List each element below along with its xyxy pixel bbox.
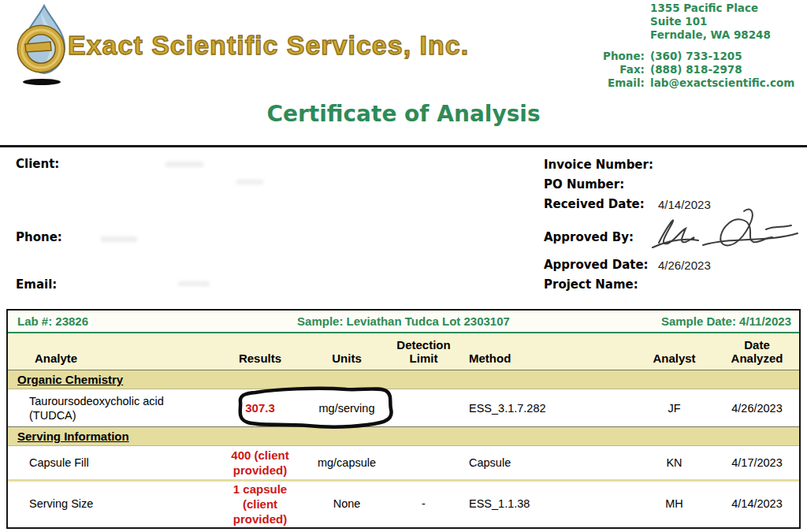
section-serving-information: Serving Information — [8, 426, 799, 446]
redacted-client-value — [165, 162, 203, 167]
results-cell: 400 (client provided) — [205, 448, 315, 478]
column-header-analyst: Analyst — [630, 352, 718, 365]
detection-label: Detection — [378, 338, 469, 352]
email-label: Email: — [504, 76, 645, 90]
date-analyzed-cell: 4/14/2023 — [718, 497, 796, 510]
results-cell: 307.3 — [205, 400, 315, 415]
company-name: Exact Scientific Services, Inc. — [68, 30, 469, 61]
result-value: (client — [205, 497, 315, 512]
section-organic-chemistry: Organic Chemistry — [8, 370, 799, 389]
fax-row: Fax: (888) 818-2978 — [504, 63, 794, 76]
table-row-capsule-fill: Capsule Fill 400 (client provided) mg/ca… — [8, 446, 799, 479]
sample-name: Sample: Leviathan Tudca Lot 2303107 — [244, 314, 563, 328]
company-contacts: Phone: (360) 733-1205 Fax: (888) 818-297… — [504, 50, 794, 90]
approved-by-signature — [648, 202, 804, 260]
approved-by-label: Approved By: — [544, 230, 634, 244]
result-value: provided) — [205, 512, 315, 526]
phone-label: Phone: — [504, 50, 645, 63]
table-header-row: Analyte Results Units Detection Limit Me… — [8, 333, 799, 370]
result-value: 1 capsule — [205, 482, 315, 497]
detection-limit-cell: - — [378, 497, 469, 510]
units-cell: None — [315, 497, 378, 510]
certificate-page: Exact Scientific Services, Inc. 1355 Pac… — [0, 0, 807, 532]
approved-date-label: Approved Date: — [544, 258, 649, 272]
result-value: provided) — [205, 463, 315, 478]
column-header-date-analyzed: Date Analyzed — [718, 338, 796, 365]
client-phone-label: Phone: — [16, 230, 62, 244]
lab-number: Lab #: 23826 — [8, 314, 244, 328]
redacted-email-value — [178, 281, 210, 286]
project-name-label: Project Name: — [544, 277, 638, 292]
analyst-cell: KN — [630, 456, 718, 469]
analyst-cell: JF — [630, 402, 718, 415]
email-value: lab@exactscientific.com — [650, 76, 794, 90]
section-heading: Serving Information — [8, 430, 129, 443]
title-divider — [0, 145, 807, 147]
received-date-label: Received Date: — [544, 197, 645, 211]
table-row-serving-size: Serving Size 1 capsule (client provided)… — [8, 482, 799, 526]
sample-date: Sample Date: 4/11/2023 — [563, 314, 799, 328]
analyzed-label: Analyzed — [718, 352, 796, 365]
date-analyzed-cell: 4/26/2023 — [718, 402, 796, 415]
results-cell: 1 capsule (client provided) — [205, 482, 315, 526]
company-address: 1355 Pacific Place Suite 101 Ferndale, W… — [650, 2, 771, 42]
redacted-phone-value — [101, 236, 137, 242]
fax-label: Fax: — [504, 63, 645, 76]
fax-value: (888) 818-2978 — [650, 63, 742, 76]
units-cell: mg/serving — [315, 402, 378, 415]
address-line: Suite 101 — [650, 15, 771, 28]
result-value: 400 (client — [205, 448, 315, 463]
page-title: Certificate of Analysis — [0, 101, 807, 127]
section-heading: Organic Chemistry — [8, 373, 123, 386]
po-number-label: PO Number: — [544, 177, 624, 192]
limit-label: Limit — [378, 352, 469, 365]
units-cell: mg/capsule — [315, 456, 378, 469]
address-line: 1355 Pacific Place — [650, 2, 771, 15]
analyst-cell: MH — [630, 497, 718, 510]
results-table: Lab #: 23826 Sample: Leviathan Tudca Lot… — [6, 309, 801, 529]
phone-row: Phone: (360) 733-1205 — [504, 50, 794, 63]
phone-value: (360) 733-1205 — [650, 50, 742, 63]
result-value: 307.3 — [205, 400, 315, 415]
method-cell: ESS_3.1.7.282 — [469, 402, 630, 415]
analyte-cell: Capsule Fill — [8, 456, 205, 470]
column-header-results: Results — [205, 352, 315, 365]
column-header-method: Method — [469, 352, 630, 365]
analyte-cell: Serving Size — [8, 497, 205, 511]
email-row: Email: lab@exactscientific.com — [504, 76, 794, 90]
invoice-number-label: Invoice Number: — [544, 158, 653, 172]
analyte-name: Tauroursodeoxycholic acid — [29, 394, 205, 408]
date-label: Date — [718, 338, 796, 352]
method-cell: Capsule — [469, 456, 630, 469]
client-label: Client: — [16, 157, 59, 171]
column-header-detection-limit: Detection Limit — [378, 338, 469, 365]
analyte-cell: Tauroursodeoxycholic acid (TUDCA) — [8, 394, 205, 422]
client-email-label: Email: — [16, 277, 57, 292]
table-row-tudca: Tauroursodeoxycholic acid (TUDCA) 307.3 … — [8, 389, 799, 426]
method-cell: ESS_1.1.38 — [469, 497, 630, 510]
address-line: Ferndale, WA 98248 — [650, 28, 771, 42]
column-header-units: Units — [315, 352, 378, 365]
column-header-analyte: Analyte — [8, 352, 205, 365]
date-analyzed-cell: 4/17/2023 — [718, 456, 796, 469]
analyte-name: (TUDCA) — [29, 408, 205, 422]
sample-info-band: Lab #: 23826 Sample: Leviathan Tudca Lot… — [8, 311, 799, 333]
approved-date-value: 4/26/2023 — [658, 259, 711, 272]
redacted-client-value — [236, 180, 263, 184]
